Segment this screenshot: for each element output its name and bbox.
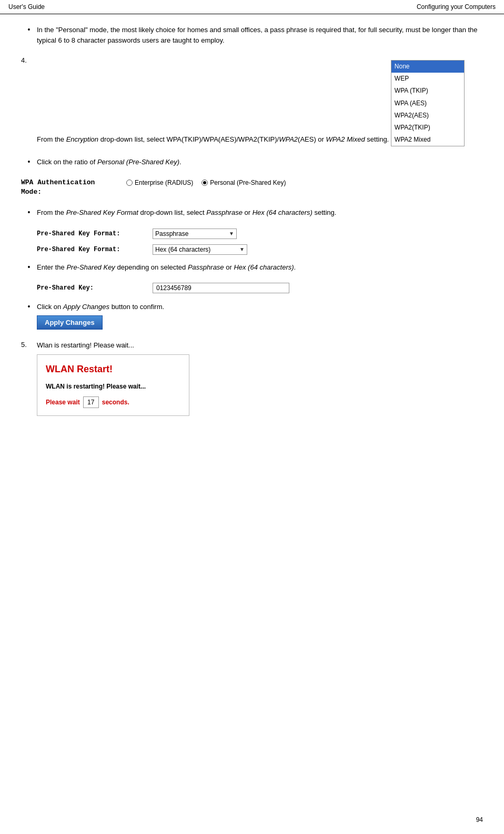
format-field2-select[interactable]: Hex (64 characters) ▼: [153, 244, 247, 255]
bullet3-text-middle: drop-down list, select: [138, 208, 206, 216]
bullet5-text-after: button to confirm.: [109, 303, 164, 311]
step-5-content: Wlan is restarting! Please wait... WLAN …: [37, 340, 483, 416]
encryption-dropdown[interactable]: None WEP WPA (TKIP) WPA (AES) WPA2(AES) …: [391, 60, 465, 146]
radio-enterprise-circle[interactable]: [126, 180, 133, 186]
bullet-section-1: • In the "Personal" mode, the most likel…: [21, 25, 483, 45]
bullet-text-2: Click on the ratio of Personal (Pre-Shar…: [37, 157, 483, 167]
bullet-text-3: From the Pre-Shared Key Format drop-down…: [37, 207, 483, 218]
dropdown-item-wpa2-aes[interactable]: WPA2(AES): [391, 110, 464, 122]
bullet3-italic3: Hex (64 characters): [253, 208, 313, 216]
bullet5-italic: Apply Changes: [63, 303, 109, 311]
pre-shared-key-row: Pre-Shared Key:: [37, 283, 483, 293]
bullet-dot-3: •: [21, 207, 37, 218]
step-4-number: 4.: [21, 56, 37, 146]
step4-text-middle: drop-down list, select WPA(TKIP)/WPA(AES…: [98, 135, 279, 143]
format-field2-label: Pre-Shared Key Format:: [37, 246, 153, 253]
format-fields: Pre-Shared Key Format: Passphrase ▼ Pre-…: [37, 229, 483, 255]
bullet-dot-5: •: [21, 302, 37, 330]
dropdown-arrow-2: ▼: [239, 246, 245, 252]
please-wait-label: Please wait: [46, 398, 80, 407]
bullet-section-4: • Enter the Pre-Shared Key depending on …: [21, 262, 483, 273]
format-field2-value: Hex (64 characters): [155, 246, 237, 253]
radio-personal[interactable]: Personal (Pre-Shared Key): [201, 178, 286, 187]
wlan-restart-title: WLAN Restart!: [46, 362, 180, 376]
dropdown-arrow-1: ▼: [229, 231, 234, 236]
step4-italic2: WPA2: [279, 135, 298, 143]
bullet-section-3: • From the Pre-Shared Key Format drop-do…: [21, 207, 483, 218]
apply-changes-button[interactable]: Apply Changes: [37, 315, 103, 330]
format-field1-label: Pre-Shared Key Format:: [37, 230, 153, 237]
bullet4-text-middle: depending on selected: [115, 263, 188, 271]
bullet3-text-before: From the: [37, 208, 66, 216]
bullet2-text-after: .: [179, 158, 182, 166]
page-header: User's Guide Configuring your Computers: [0, 0, 504, 14]
bullet-text-4: Enter the Pre-Shared Key depending on se…: [37, 262, 483, 273]
bullet-dot-4: •: [21, 262, 37, 273]
wlan-restart-box: WLAN Restart! WLAN is restarting! Please…: [37, 354, 189, 416]
format-field1-select[interactable]: Passphrase ▼: [153, 229, 237, 239]
pre-shared-key-row-container: Pre-Shared Key:: [37, 283, 483, 293]
step4-text-before: From the: [37, 135, 66, 143]
radio-enterprise[interactable]: Enterprise (RADIUS): [126, 178, 193, 187]
bullet2-italic: Personal (Pre-Shared Key): [97, 158, 179, 166]
header-left: User's Guide: [8, 3, 45, 11]
bullet4-text-middle2: or: [224, 263, 234, 271]
dropdown-item-wpa-tkip[interactable]: WPA (TKIP): [391, 85, 464, 97]
bullet-dot-2: •: [21, 157, 37, 167]
bullet4-italic2: Passphrase: [188, 263, 224, 271]
radio-enterprise-label: Enterprise (RADIUS): [135, 178, 193, 187]
bullet4-text-after: .: [294, 263, 296, 271]
main-content: • In the "Personal" mode, the most likel…: [0, 14, 504, 458]
bullet4-text-before: Enter the: [37, 263, 66, 271]
format-field1-value: Passphrase: [155, 230, 227, 237]
wpa-auth-section: WPA Authentication Mode: Enterprise (RAD…: [21, 178, 483, 197]
page-footer: 94: [476, 816, 483, 823]
wlan-restarting-msg: WLAN is restarting! Please wait...: [46, 382, 180, 391]
header-right: Configuring your Computers: [417, 3, 496, 11]
bullet-text-5: Click on Apply Changes button to confirm…: [37, 302, 483, 330]
bullet2-text-before: Click on the ratio of: [37, 158, 97, 166]
step-4-section: 4. From the Encryption drop-down list, s…: [21, 56, 483, 146]
page-number: 94: [476, 816, 483, 823]
dropdown-item-wpa2-tkip[interactable]: WPA2(TKIP): [391, 122, 464, 134]
bullet5-text-before: Click on: [37, 303, 63, 311]
wpa-auth-label: WPA Authentication Mode:: [21, 178, 126, 197]
pre-shared-key-label: Pre-Shared Key:: [37, 284, 153, 292]
bullet3-text-after: setting.: [313, 208, 337, 216]
bullet3-italic2: Passphrase: [206, 208, 243, 216]
seconds-value: 17: [83, 396, 99, 408]
dropdown-item-none[interactable]: None: [391, 61, 464, 73]
step5-text: Wlan is restarting! Please wait...: [37, 341, 134, 349]
dropdown-item-wep[interactable]: WEP: [391, 73, 464, 85]
bullet-dot-1: •: [21, 25, 37, 45]
bullet4-italic3: Hex (64 characters): [234, 263, 294, 271]
pre-shared-key-input[interactable]: [153, 283, 289, 293]
bullet-section-5: • Click on Apply Changes button to confi…: [21, 302, 483, 330]
seconds-label: seconds.: [102, 398, 129, 407]
wpa-auth-options: Enterprise (RADIUS) Personal (Pre-Shared…: [126, 178, 483, 187]
bullet4-italic1: Pre-Shared Key: [66, 263, 115, 271]
step4-italic3: WPA2 Mixed: [326, 135, 365, 143]
step4-text-middle2: (AES) or: [298, 135, 326, 143]
bullet-text-1: In the "Personal" mode, the most likely …: [37, 25, 483, 45]
dropdown-item-wpa-aes[interactable]: WPA (AES): [391, 97, 464, 110]
bullet-section-2: • Click on the ratio of Personal (Pre-Sh…: [21, 157, 483, 167]
step-5-number: 5.: [21, 340, 37, 416]
format-field-row-2: Pre-Shared Key Format: Hex (64 character…: [37, 244, 483, 255]
format-field-row-1: Pre-Shared Key Format: Passphrase ▼: [37, 229, 483, 239]
dropdown-item-wpa2-mixed[interactable]: WPA2 Mixed: [391, 134, 464, 146]
radio-personal-label: Personal (Pre-Shared Key): [210, 178, 286, 187]
step4-italic1: Encryption: [66, 135, 98, 143]
step-5-section: 5. Wlan is restarting! Please wait... WL…: [21, 340, 483, 416]
radio-personal-circle[interactable]: [201, 180, 208, 186]
bullet3-text-middle2: or: [243, 208, 253, 216]
step-4-content: From the Encryption drop-down list, sele…: [37, 56, 483, 146]
bullet3-italic1: Pre-Shared Key Format: [66, 208, 138, 216]
step4-text-after: setting.: [365, 135, 389, 143]
please-wait-row: Please wait 17 seconds.: [46, 396, 180, 408]
